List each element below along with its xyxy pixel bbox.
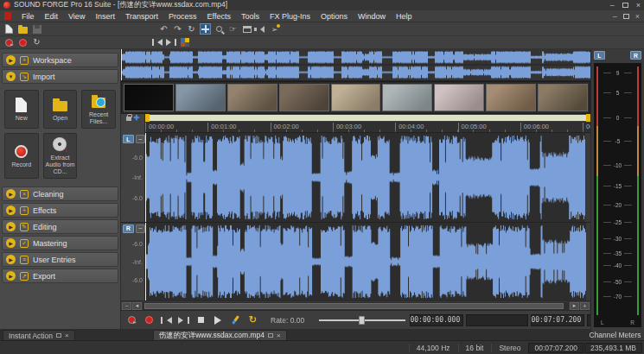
scroll-thumb[interactable] — [144, 303, 564, 309]
restore-doc-icon[interactable] — [268, 333, 273, 338]
menu-fx-plug-ins[interactable]: FX Plug-Ins — [265, 11, 316, 22]
selection-start-field[interactable] — [466, 314, 528, 326]
video-thumbnail-frame-9[interactable] — [538, 84, 588, 111]
overview-waveform[interactable] — [121, 49, 590, 81]
open-file-button[interactable] — [17, 23, 29, 35]
right-channel-waveform[interactable] — [145, 223, 586, 300]
redo-button[interactable]: ↷ — [172, 23, 183, 35]
menu-insert[interactable]: Insert — [90, 11, 120, 22]
loop-playback-button[interactable]: ↻ — [31, 37, 42, 48]
undo-button[interactable]: ↶ — [158, 23, 169, 35]
close-doc-icon[interactable]: × — [277, 332, 281, 339]
tab-document[interactable]: 伤速的安详www.ssdax.com.mp4 × — [153, 330, 287, 340]
loop-region-bar[interactable] — [145, 114, 590, 122]
transport-record-remote-button[interactable] — [125, 314, 138, 326]
action-open-button[interactable]: Open — [43, 90, 78, 129]
time-ruler[interactable]: 00:00:0000:01:0000:02:0000:03:0000:04:00… — [145, 122, 590, 133]
magnify-tool-button[interactable] — [214, 23, 225, 35]
expand-arrow-icon[interactable]: ▼ — [6, 72, 16, 81]
sidebar-section-editing[interactable]: ▶✎Editing — [2, 219, 118, 234]
touch-tool-button[interactable]: ☞ — [227, 23, 239, 35]
sidebar-section-import[interactable]: ▼↘Import — [2, 69, 118, 84]
sidebar-section-mastering[interactable]: ▶✓Mastering — [2, 236, 118, 250]
maximize-icon[interactable] — [622, 3, 628, 8]
video-thumbnail-frame-2[interactable] — [175, 84, 226, 111]
transport-record-button[interactable] — [143, 314, 156, 326]
action-new-button[interactable]: New — [4, 90, 39, 129]
video-thumbnail-frame-7[interactable] — [434, 84, 484, 111]
pin-icon[interactable] — [56, 333, 61, 338]
mdi-restore-icon[interactable] — [623, 14, 629, 19]
previous-button[interactable] — [160, 314, 173, 326]
save-button[interactable] — [31, 23, 42, 35]
sidebar-section-cleaning[interactable]: ▶×Cleaning — [2, 186, 118, 201]
next-button[interactable] — [177, 314, 190, 326]
lock-icon[interactable] — [126, 117, 131, 121]
selection-end-field[interactable]: 00:07:07.200 — [531, 314, 584, 326]
sidebar-section-effects[interactable]: ▶+Effects — [2, 203, 118, 218]
mdi-minimize-icon[interactable]: – — [613, 13, 617, 20]
record-remote-button[interactable] — [3, 37, 15, 48]
play-as-cutlist-button[interactable] — [229, 314, 242, 326]
meter-left-button[interactable]: L — [594, 51, 605, 60]
video-thumbnail-frame-3[interactable] — [227, 84, 277, 111]
menu-window[interactable]: Window — [353, 11, 391, 22]
zoom-out-time-button[interactable]: − — [122, 302, 131, 310]
expand-arrow-icon[interactable]: ▶ — [6, 255, 16, 264]
minimize-icon[interactable]: – — [610, 2, 615, 9]
action-record-button[interactable]: Record — [4, 133, 39, 179]
video-thumbnail-frame-8[interactable] — [486, 84, 536, 111]
expand-arrow-icon[interactable]: ▶ — [6, 55, 16, 65]
expand-arrow-icon[interactable]: ▶ — [6, 238, 16, 248]
video-thumbnail-frame-6[interactable] — [382, 84, 432, 111]
left-channel-waveform[interactable] — [145, 133, 585, 222]
left-channel-minimize-button[interactable]: − — [136, 135, 145, 143]
new-file-button[interactable] — [3, 23, 15, 35]
rate-slider[interactable] — [319, 315, 405, 326]
expand-arrow-icon[interactable]: ▶ — [6, 189, 16, 199]
rate-slider-handle[interactable] — [359, 316, 365, 325]
menu-transport[interactable]: Transport — [120, 11, 163, 22]
video-thumbnail-frame-5[interactable] — [331, 84, 381, 111]
action-extract-button[interactable]: Extract Audio from CD... — [43, 133, 78, 179]
go-to-end-button[interactable] — [165, 37, 176, 48]
envelope-tool-button[interactable]: ➢ — [269, 23, 280, 35]
menu-edit[interactable]: Edit — [40, 11, 64, 22]
options-grid-button[interactable] — [179, 37, 190, 48]
zoom-in-time-button[interactable]: + — [580, 302, 590, 310]
expand-arrow-icon[interactable]: ▶ — [6, 222, 16, 231]
menu-process[interactable]: Process — [163, 11, 202, 22]
expand-arrow-icon[interactable]: ▶ — [6, 271, 16, 281]
repeat-button[interactable]: ↻ — [186, 23, 197, 35]
action-recent-button[interactable]: Recent Files... — [81, 90, 116, 129]
sidebar-section-user-entries[interactable]: ▶≡User Entries — [2, 252, 118, 267]
expand-arrow-icon[interactable]: ▶ — [6, 205, 16, 215]
menu-options[interactable]: Options — [316, 11, 353, 22]
stop-button[interactable] — [194, 314, 207, 326]
cursor-position-field[interactable]: 00:00:00.000 — [410, 314, 463, 326]
menu-help[interactable]: Help — [391, 11, 418, 22]
meter-right-button[interactable]: R — [630, 51, 641, 60]
loop-region[interactable] — [146, 115, 590, 121]
menu-effects[interactable]: Effects — [202, 11, 236, 22]
window-layout-button[interactable] — [241, 23, 252, 35]
close-tab-icon[interactable]: × — [65, 332, 69, 339]
edit-tool-button[interactable] — [200, 23, 211, 35]
right-channel-button[interactable]: R — [123, 224, 134, 233]
go-to-start-button[interactable] — [151, 37, 163, 48]
video-thumbnail-frame-4[interactable] — [279, 84, 329, 111]
close-icon[interactable]: × — [636, 2, 641, 9]
menu-file[interactable]: File — [16, 11, 40, 22]
move-icon[interactable]: ✚ — [134, 115, 140, 122]
loop-end-handle[interactable] — [586, 114, 590, 122]
scroll-left-button[interactable]: ◂ — [132, 302, 142, 310]
sidebar-section-workspace[interactable]: ▶+Workspace — [2, 53, 118, 67]
menu-view[interactable]: View — [63, 11, 90, 22]
sidebar-section-export[interactable]: ▶↗Export — [2, 269, 118, 283]
tab-instant-action[interactable]: Instant Action × — [3, 330, 75, 340]
loop-start-handle[interactable] — [145, 114, 150, 122]
video-thumbnail-frame-1[interactable] — [124, 84, 174, 111]
mdi-close-icon[interactable]: × — [635, 13, 640, 20]
scroll-right-button[interactable]: ▸ — [570, 302, 579, 310]
record-button[interactable] — [17, 37, 29, 48]
